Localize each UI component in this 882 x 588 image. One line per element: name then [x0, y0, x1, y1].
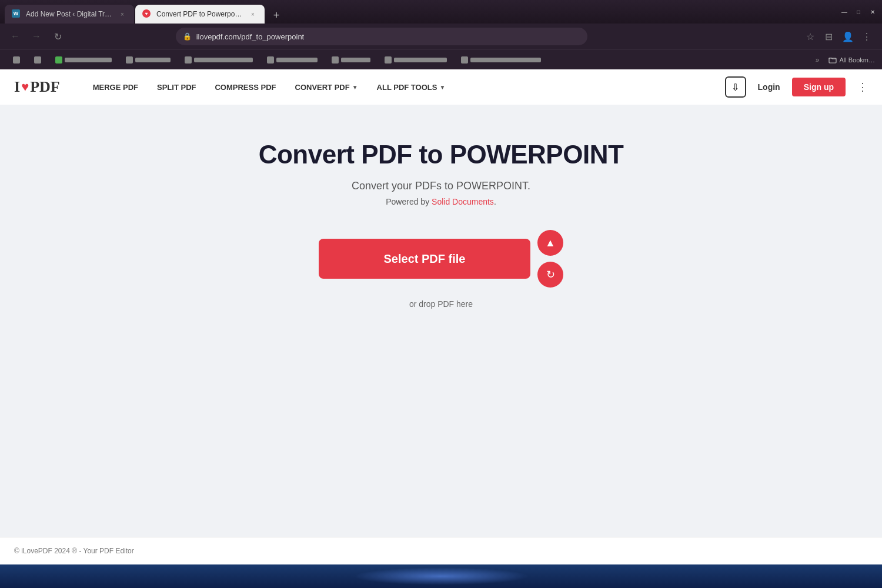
- ilovepdf-menu: MERGE PDF SPLIT PDF COMPRESS PDF CONVERT…: [83, 69, 725, 105]
- tab-2-title: Convert PDF to Powerpoint: PD: [156, 10, 243, 18]
- bookmark-label-4: [135, 58, 171, 62]
- address-bar[interactable]: 🔒 ilovepdf.com/pdf_to_powerpoint: [176, 28, 587, 45]
- bookmark-label-9: [470, 58, 541, 62]
- powered-by: Powered by Solid Documents.: [386, 197, 496, 206]
- title-bar: W Add New Post ‹ Digital Trends × ♥ Conv…: [0, 0, 882, 24]
- taskbar-glow: [353, 567, 529, 585]
- bookmark-item-3[interactable]: [49, 53, 118, 67]
- bookmark-favicon-9: [461, 56, 468, 64]
- bookmark-item-4[interactable]: [120, 53, 176, 67]
- bookmark-label-8: [394, 58, 447, 62]
- tab-2[interactable]: ♥ Convert PDF to Powerpoint: PD ×: [135, 5, 265, 24]
- ilovepdf-favicon-icon: ♥: [142, 9, 151, 18]
- tab-1-close[interactable]: ×: [118, 9, 127, 19]
- bookmark-label-5: [194, 58, 253, 62]
- bookmark-favicon-8: [385, 56, 392, 64]
- new-tab-button[interactable]: +: [268, 7, 285, 24]
- tab-1-title: Add New Post ‹ Digital Trends: [26, 10, 113, 18]
- extensions-button[interactable]: ⊟: [821, 28, 837, 45]
- website-content: I ♥ PDF MERGE PDF SPLIT PDF COMPRESS PDF…: [0, 69, 882, 564]
- bookmark-favicon-7: [332, 56, 339, 64]
- wordpress-favicon-icon: W: [12, 9, 20, 18]
- browser-frame: W Add New Post ‹ Digital Trends × ♥ Conv…: [0, 0, 882, 588]
- ilovepdf-logo[interactable]: I ♥ PDF: [14, 78, 60, 96]
- window-controls: — □ ✕: [840, 7, 877, 16]
- bookmarks-folder[interactable]: All Bookm…: [828, 56, 875, 64]
- back-button[interactable]: ←: [7, 28, 24, 45]
- all-pdf-tools-dropdown-icon: ▼: [439, 84, 445, 91]
- bookmark-item-9[interactable]: [455, 53, 547, 67]
- bookmarks-bar: » All Bookm…: [0, 49, 882, 69]
- download-app-button[interactable]: ⇩: [725, 76, 746, 98]
- bookmarks-more-button[interactable]: »: [811, 56, 824, 64]
- os-taskbar: [0, 564, 882, 588]
- tab-2-close[interactable]: ×: [248, 9, 258, 19]
- bookmark-favicon-6: [267, 56, 274, 64]
- forward-button[interactable]: →: [28, 28, 45, 45]
- tab-1[interactable]: W Add New Post ‹ Digital Trends ×: [5, 5, 134, 24]
- bookmark-label-7: [341, 58, 370, 62]
- nav-actions: ☆ ⊟ 👤 ⋮: [802, 28, 875, 45]
- menu-merge-pdf[interactable]: MERGE PDF: [83, 69, 148, 105]
- reload-button[interactable]: ↻: [49, 28, 66, 45]
- bookmark-item-1[interactable]: [7, 53, 26, 67]
- page-subtitle: Convert your PDFs to POWERPOINT.: [352, 180, 530, 192]
- bookmark-item-8[interactable]: [379, 53, 453, 67]
- signup-button[interactable]: Sign up: [792, 78, 846, 96]
- dropbox-upload-button[interactable]: ↻: [537, 262, 563, 288]
- menu-convert-pdf[interactable]: CONVERT PDF ▼: [286, 69, 368, 105]
- convert-pdf-dropdown-icon: ▼: [352, 84, 358, 91]
- bookmark-favicon-4: [126, 56, 133, 64]
- bookmark-item-6[interactable]: [261, 53, 323, 67]
- footer-text: © iLovePDF 2024 ® - Your PDF Editor: [14, 547, 134, 555]
- maximize-button[interactable]: □: [854, 7, 863, 16]
- bookmark-item-2[interactable]: [28, 53, 47, 67]
- menu-split-pdf[interactable]: SPLIT PDF: [148, 69, 205, 105]
- bookmark-favicon-1: [13, 56, 20, 64]
- bookmark-favicon-5: [185, 56, 192, 64]
- solid-documents-link[interactable]: Solid Documents: [432, 197, 494, 206]
- bookmark-label-3: [65, 58, 112, 62]
- nav-more-button[interactable]: ⋮: [857, 81, 868, 93]
- google-drive-upload-button[interactable]: ▲: [537, 230, 563, 256]
- bookmark-favicon-3: [55, 56, 62, 64]
- menu-all-pdf-tools[interactable]: ALL PDF TOOLS ▼: [368, 69, 455, 105]
- logo-heart: ♥: [21, 79, 29, 95]
- profile-button[interactable]: 👤: [840, 28, 856, 45]
- nav-bar: ← → ↻ 🔒 ilovepdf.com/pdf_to_powerpoint ☆…: [0, 24, 882, 49]
- minimize-button[interactable]: —: [840, 7, 849, 16]
- website-footer: © iLovePDF 2024 ® - Your PDF Editor: [0, 537, 882, 564]
- logo-i: I: [14, 78, 20, 96]
- bookmark-favicon-2: [34, 56, 41, 64]
- tab-2-favicon: ♥: [142, 9, 152, 19]
- bookmark-item-7[interactable]: [326, 53, 376, 67]
- logo-pdf: PDF: [30, 78, 60, 96]
- download-icon: ⇩: [731, 82, 739, 93]
- main-content: Convert PDF to POWERPOINT Convert your P…: [0, 105, 882, 537]
- bookmark-star-button[interactable]: ☆: [802, 28, 818, 45]
- tab-list: W Add New Post ‹ Digital Trends × ♥ Conv…: [5, 0, 837, 24]
- upload-icons: ▲ ↻: [537, 230, 563, 288]
- login-button[interactable]: Login: [753, 82, 785, 92]
- bookmark-label-6: [276, 58, 318, 62]
- folder-icon: [828, 56, 837, 64]
- select-pdf-file-button[interactable]: Select PDF file: [319, 239, 530, 279]
- google-drive-icon: ▲: [545, 237, 556, 249]
- tab-1-favicon: W: [12, 9, 21, 19]
- address-text: ilovepdf.com/pdf_to_powerpoint: [196, 32, 580, 41]
- page-title: Convert PDF to POWERPOINT: [259, 140, 624, 169]
- menu-compress-pdf[interactable]: COMPRESS PDF: [205, 69, 285, 105]
- nav-right: ⇩ Login Sign up ⋮: [725, 76, 868, 98]
- drop-pdf-text: or drop PDF here: [409, 299, 473, 309]
- upload-area: Select PDF file ▲ ↻: [319, 230, 563, 288]
- close-window-button[interactable]: ✕: [868, 7, 877, 16]
- bookmark-item-5[interactable]: [179, 53, 259, 67]
- menu-dots-button[interactable]: ⋮: [858, 28, 875, 45]
- address-bar-lock-icon: 🔒: [183, 32, 192, 41]
- ilovepdf-nav: I ♥ PDF MERGE PDF SPLIT PDF COMPRESS PDF…: [0, 69, 882, 105]
- dropbox-icon: ↻: [546, 268, 555, 281]
